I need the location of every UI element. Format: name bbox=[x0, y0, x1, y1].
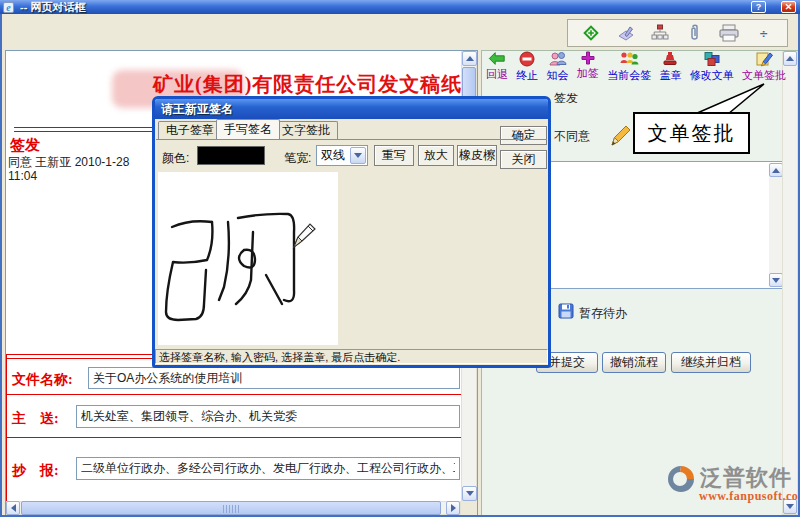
window-titlebar: e -- 网页对话框 ? ✕ bbox=[0, 0, 800, 14]
callout-label: 文单签批 bbox=[648, 120, 736, 147]
panel-vscrollbar[interactable] bbox=[782, 51, 798, 515]
rewrite-button[interactable]: 重写 bbox=[374, 145, 414, 166]
doc-rule-2 bbox=[6, 437, 477, 438]
pencil-cursor-icon bbox=[291, 220, 317, 250]
signature-pad-icon[interactable] bbox=[615, 22, 637, 44]
dialog-body: 电子签章 手写签名 文字签批 颜色: 笔宽: 双线 重写 放大 橡皮檫 确定 关… bbox=[155, 119, 548, 365]
action-item-rollback[interactable]: 回退 bbox=[486, 51, 508, 85]
tab-handwritten-signature[interactable]: 手写签名 bbox=[216, 119, 280, 139]
webpage-dialog-window: e -- 网页对话框 ? ✕ ÷ 矿业(集团)有限责任公司发文稿纸 签发 同意 … bbox=[0, 0, 800, 517]
issue-text-line2: 11:04 bbox=[8, 169, 37, 183]
help-button[interactable]: ? bbox=[751, 1, 766, 13]
doc-scroll-down-button[interactable] bbox=[462, 486, 477, 501]
doc-left-rule bbox=[6, 354, 7, 501]
watermark-site: www.fanpusoft.com bbox=[699, 489, 800, 504]
ie-icon: e bbox=[3, 2, 14, 13]
attachment-icon[interactable] bbox=[684, 22, 706, 44]
countersign-icon bbox=[619, 51, 639, 67]
action-item-addsign[interactable]: 加签 bbox=[577, 51, 599, 85]
field-input-copyto[interactable] bbox=[76, 457, 460, 480]
print-icon[interactable] bbox=[718, 22, 740, 44]
dialog-statusbar: 选择签章名称, 输入密码, 选择盖章, 最后点击确定. bbox=[155, 349, 548, 364]
comment-scrollbar[interactable] bbox=[769, 163, 783, 287]
handwriting-strokes bbox=[158, 172, 338, 345]
action-item-notify[interactable]: 知会 bbox=[547, 51, 569, 85]
doc-rule-1 bbox=[6, 394, 477, 395]
color-swatch[interactable] bbox=[197, 146, 265, 165]
comment-scroll-down-button[interactable] bbox=[769, 273, 783, 287]
modify-doc-icon bbox=[703, 51, 721, 67]
field-label-mainto: 主 送: bbox=[12, 410, 59, 428]
comment-scroll-up-button[interactable] bbox=[769, 163, 783, 177]
flowchart-icon[interactable] bbox=[649, 22, 671, 44]
tab-electronic-seal[interactable]: 电子签章 bbox=[158, 121, 222, 139]
toolbar-more-icon[interactable]: ÷ bbox=[753, 22, 775, 44]
doc-scroll-left-button[interactable] bbox=[6, 501, 20, 515]
revoke-flow-button[interactable]: 撤销流程 bbox=[602, 352, 666, 373]
scroll-corner bbox=[461, 501, 477, 516]
eraser-button[interactable]: 橡皮檫 bbox=[457, 145, 497, 166]
field-label-docname: 文件名称: bbox=[12, 371, 73, 389]
tab-text-approval[interactable]: 文字签批 bbox=[274, 121, 338, 139]
doc-scroll-up-button[interactable] bbox=[462, 51, 477, 66]
ok-button[interactable]: 确定 bbox=[500, 126, 547, 145]
navigate-icon[interactable] bbox=[580, 22, 602, 44]
add-sign-icon bbox=[581, 51, 595, 65]
dialog-close-button[interactable]: 关闭 bbox=[500, 150, 547, 169]
stamp-icon bbox=[662, 51, 678, 67]
disagree-option[interactable]: 不同意 bbox=[554, 128, 590, 145]
field-input-docname[interactable] bbox=[88, 367, 460, 389]
top-toolbar: ÷ bbox=[567, 19, 788, 47]
tab-baseline bbox=[156, 139, 547, 140]
comment-textarea[interactable] bbox=[546, 161, 785, 289]
pencil-icon[interactable] bbox=[609, 123, 632, 148]
issue-label: 签发 bbox=[10, 136, 40, 155]
dropdown-arrow-icon[interactable] bbox=[350, 147, 366, 164]
dialog-title: 请王新亚签名 bbox=[161, 101, 233, 118]
watermark-logo bbox=[666, 464, 696, 494]
window-title: -- 网页对话框 bbox=[20, 0, 85, 15]
save-draft-icon[interactable] bbox=[558, 303, 574, 319]
archive-button[interactable]: 继续并归档 bbox=[671, 352, 751, 373]
sign-approve-icon bbox=[755, 51, 773, 67]
signature-dialog: 请王新亚签名 电子签章 手写签名 文字签批 颜色: 笔宽: 双线 重写 放大 橡… bbox=[152, 96, 551, 368]
pen-width-select[interactable]: 双线 bbox=[316, 145, 368, 166]
pen-width-value: 双线 bbox=[321, 147, 345, 164]
dialog-titlebar[interactable]: 请王新亚签名 bbox=[155, 99, 548, 119]
notify-people-icon bbox=[549, 51, 567, 67]
stop-icon bbox=[519, 51, 535, 67]
field-input-mainto[interactable] bbox=[76, 405, 460, 428]
enlarge-button[interactable]: 放大 bbox=[418, 145, 454, 166]
doc-title: 矿业(集团)有限责任公司发文稿纸 bbox=[153, 71, 473, 98]
back-arrow-icon bbox=[488, 51, 506, 66]
pen-width-label: 笔宽: bbox=[284, 150, 311, 167]
close-button[interactable]: ✕ bbox=[781, 1, 796, 13]
save-draft-label[interactable]: 暂存待办 bbox=[579, 305, 627, 322]
color-label: 颜色: bbox=[162, 150, 189, 167]
panel-sign-label: 签发 bbox=[554, 90, 578, 107]
field-label-copyto: 抄 报: bbox=[12, 462, 59, 480]
doc-scroll-right-button[interactable] bbox=[446, 501, 460, 515]
doc-hscroll-thumb[interactable] bbox=[21, 501, 441, 515]
action-item-terminate[interactable]: 终止 bbox=[516, 51, 538, 85]
callout-box: 文单签批 bbox=[633, 112, 750, 154]
signature-canvas[interactable] bbox=[158, 172, 338, 345]
